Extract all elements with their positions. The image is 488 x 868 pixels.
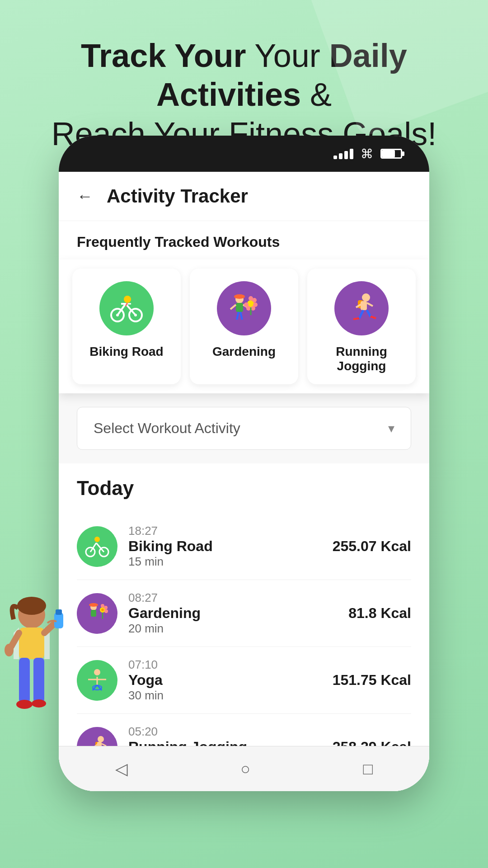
activity-biking-calories: 255.07 Kcal [333, 538, 411, 555]
svg-rect-71 [19, 658, 30, 703]
svg-point-11 [234, 294, 245, 299]
hero-track: Track Your [81, 38, 246, 74]
svg-point-44 [104, 606, 108, 609]
running-svg [343, 290, 380, 326]
svg-point-74 [32, 699, 46, 708]
gardening-icon [217, 281, 271, 335]
hero-ampersand: & [310, 76, 332, 113]
frequently-tracked-header: Frequently Tracked Workouts [59, 221, 429, 259]
activity-biking-name: Biking Road [128, 538, 322, 555]
svg-line-58 [102, 744, 106, 746]
activity-item-yoga[interactable]: 07:10 Yoga 30 min 151.75 Kcal [77, 647, 411, 714]
nav-back-icon[interactable]: ◁ [115, 760, 128, 778]
svg-point-17 [252, 298, 257, 302]
svg-point-54 [98, 736, 104, 742]
nav-recents-icon[interactable]: □ [363, 760, 373, 778]
svg-line-23 [237, 312, 239, 320]
biking-label: Biking Road [89, 344, 163, 359]
hero-your: Your [254, 38, 329, 74]
svg-line-31 [367, 310, 371, 316]
svg-point-8 [124, 296, 131, 303]
svg-rect-12 [236, 303, 243, 312]
bottom-nav: ◁ ○ □ [59, 746, 429, 791]
svg-point-45 [104, 609, 108, 613]
activity-gardening-time: 08:27 [128, 591, 338, 605]
activity-gardening-duration: 20 min [128, 622, 338, 636]
wifi-icon: ⌘ [361, 146, 373, 161]
svg-rect-65 [19, 627, 44, 659]
workout-dropdown[interactable]: Select Workout Activity ▾ [77, 407, 411, 450]
svg-point-43 [101, 604, 104, 608]
activity-biking-duration: 15 min [128, 555, 322, 569]
workout-cards-container: Biking Road [59, 259, 429, 393]
dropdown-arrow-icon: ▾ [388, 421, 394, 436]
activity-yoga-calories: 151.75 Kcal [333, 672, 411, 689]
activity-biking-details: 18:27 Biking Road 15 min [128, 524, 322, 569]
svg-line-24 [240, 312, 242, 320]
phone-body: ⌘ ← Activity Tracker Frequently Tracked … [59, 136, 429, 791]
gardening-label: Gardening [212, 344, 276, 359]
workout-card-running[interactable]: Running Jogging [307, 269, 416, 384]
app-content: Frequently Tracked Workouts [59, 221, 429, 791]
svg-point-38 [94, 537, 100, 542]
activity-yoga-name: Yoga [128, 672, 322, 689]
activity-gardening-calories: 81.8 Kcal [348, 605, 411, 622]
svg-line-30 [359, 310, 363, 318]
back-button[interactable]: ← [77, 187, 93, 206]
activity-yoga-duration: 30 min [128, 689, 322, 703]
biking-icon [99, 281, 154, 335]
svg-point-70 [5, 644, 14, 656]
svg-point-21 [244, 302, 249, 307]
svg-point-48 [94, 669, 100, 675]
svg-point-47 [101, 609, 104, 611]
activity-gardening-name: Gardening [128, 605, 338, 622]
activity-yoga-time: 07:10 [128, 658, 322, 672]
svg-line-13 [230, 305, 236, 309]
app-title: Activity Tracker [107, 185, 248, 207]
app-header: ← Activity Tracker [59, 172, 429, 221]
activity-list: 18:27 Biking Road 15 min 255.07 Kcal [59, 513, 429, 780]
svg-line-32 [353, 318, 359, 319]
battery-icon [380, 149, 402, 159]
svg-rect-72 [33, 658, 44, 703]
nav-home-icon[interactable]: ○ [240, 760, 250, 778]
activity-yoga-details: 07:10 Yoga 30 min [128, 658, 322, 703]
svg-line-29 [367, 303, 373, 306]
svg-point-64 [17, 597, 46, 615]
activity-item-biking[interactable]: 18:27 Biking Road 15 min 255.07 Kcal [77, 513, 411, 580]
biking-svg [108, 290, 145, 326]
activity-biking-time: 18:27 [128, 524, 322, 538]
status-icons: ⌘ [333, 146, 402, 161]
signal-icon [333, 149, 353, 159]
svg-point-73 [16, 700, 33, 709]
phone-mockup: ⌘ ← Activity Tracker Frequently Tracked … [59, 136, 429, 791]
running-icon [334, 281, 389, 335]
svg-point-25 [362, 293, 370, 302]
svg-rect-68 [56, 609, 62, 615]
running-label: Running Jogging [316, 344, 407, 373]
today-section: Today [59, 463, 429, 513]
phone-notch [190, 136, 298, 158]
svg-line-33 [371, 316, 376, 318]
workout-card-gardening[interactable]: Gardening [190, 269, 298, 384]
decorative-figure [0, 597, 95, 778]
activity-gardening-details: 08:27 Gardening 20 min [128, 591, 338, 636]
workout-card-biking[interactable]: Biking Road [72, 269, 181, 384]
svg-rect-27 [361, 301, 367, 310]
status-bar: ⌘ [59, 136, 429, 172]
dropdown-container: Select Workout Activity ▾ [59, 393, 429, 463]
figure-svg [0, 597, 77, 769]
activity-bike-svg [84, 533, 111, 560]
activity-running-time: 05:20 [128, 725, 322, 739]
dropdown-placeholder: Select Workout Activity [94, 420, 240, 437]
today-title: Today [77, 477, 411, 500]
activity-biking-icon [77, 526, 117, 567]
activity-item-gardening[interactable]: 08:27 Gardening 20 min 81.8 Kcal [77, 580, 411, 647]
gardening-svg [226, 290, 262, 326]
